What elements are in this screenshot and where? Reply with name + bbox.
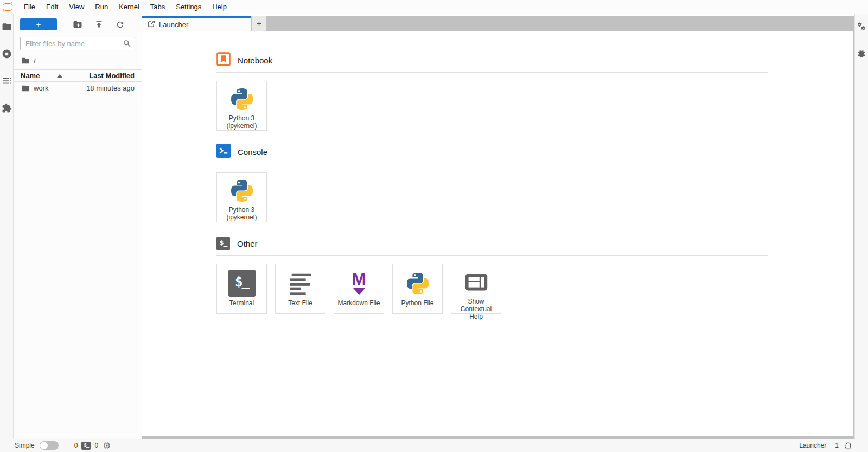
dock-content: Notebook Python 3 (ipykernel) [142,31,853,436]
notifications-count[interactable]: 1 [835,442,839,449]
section-title: Notebook [238,56,272,65]
new-launcher-button[interactable]: + [20,18,57,30]
terminal-icon: $_ [216,237,230,250]
column-header-last-modified[interactable]: Last Modified [67,72,142,80]
card-label: Show Contextual Help [454,298,499,320]
right-activity-bar [854,14,868,439]
home-folder-icon[interactable] [21,56,30,65]
contextual-help-icon [463,269,490,296]
jupyter-logo-icon [1,1,14,13]
file-browser-panel: + / Name [14,14,142,439]
launcher-section-notebook: Notebook Python 3 (ipykernel) [216,53,768,131]
sort-ascending-icon[interactable] [53,74,67,78]
launcher-section-other: $_ Other $_ Terminal [216,236,768,314]
file-browser-icon[interactable] [1,21,12,32]
simple-mode-toggle[interactable] [40,441,59,450]
python-icon [229,177,255,204]
launcher-card-terminal[interactable]: $_ Terminal [216,264,267,314]
property-inspector-icon[interactable] [856,21,867,32]
new-folder-icon[interactable] [72,18,84,30]
filter-files-container [20,37,135,50]
card-label: Text File [278,300,323,307]
menu-kernel[interactable]: Kernel [113,0,145,14]
kernels-count[interactable]: 0 [94,442,98,449]
card-label: Markdown File [336,300,382,307]
section-divider [216,255,768,256]
file-list-header: Name Last Modified [14,69,142,82]
card-label: Python File [395,300,441,307]
search-icon [123,39,132,50]
terminal-status-icon[interactable]: $_ [81,442,91,450]
menu-view[interactable]: View [63,0,90,14]
terminals-count[interactable]: 0 [74,442,78,449]
menu-settings[interactable]: Settings [170,0,207,14]
menu-tabs[interactable]: Tabs [145,0,170,14]
jupyterlab-app: File Edit View Run Kernel Tabs Settings … [0,0,868,452]
file-browser-toolbar: + [20,18,135,31]
menu-run[interactable]: Run [90,0,113,14]
launcher-card-console-python3[interactable]: Python 3 (ipykernel) [216,172,267,222]
section-divider [216,72,768,73]
launcher-panel: Notebook Python 3 (ipykernel) [142,31,853,314]
launcher-card-show-contextual-help[interactable]: Show Contextual Help [451,264,501,314]
main-area: + / Name [0,14,868,439]
menu-help[interactable]: Help [207,0,232,14]
simple-mode-label: Simple [15,442,35,449]
python-icon [229,86,255,113]
debugger-icon[interactable] [856,48,867,59]
breadcrumb-root[interactable]: / [34,57,36,65]
notebook-icon [216,52,231,68]
tab-launcher[interactable]: Launcher [142,16,251,31]
filter-files-input[interactable] [20,37,135,50]
file-row-work[interactable]: work 18 minutes ago [14,82,142,94]
menu-bar: File Edit View Run Kernel Tabs Settings … [0,0,868,14]
console-icon [216,144,231,160]
file-name: work [34,84,48,92]
launcher-card-python-file[interactable]: Python File [392,264,443,314]
card-label: Terminal [219,300,265,307]
running-sessions-icon[interactable] [1,48,12,59]
column-header-name[interactable]: Name [14,72,53,80]
upload-icon[interactable] [93,18,105,30]
current-activity-label[interactable]: Launcher [799,442,826,449]
section-title: Console [238,147,267,157]
folder-icon [21,84,30,93]
kernel-chip-icon[interactable] [102,441,111,450]
launcher-card-markdown-file[interactable]: M Markdown File [334,264,384,314]
menu-edit[interactable]: Edit [41,0,63,14]
status-bar: Simple 0 $_ 0 Launcher 1 [0,439,868,452]
menu-file[interactable]: File [18,0,41,14]
extension-manager-icon[interactable] [1,102,12,113]
tab-label: Launcher [159,21,188,29]
text-file-icon [287,269,314,298]
file-last-modified: 18 minutes ago [48,84,142,92]
card-label: Python 3 (ipykernel) [219,115,265,130]
section-divider [216,164,768,164]
python-icon [405,269,431,298]
dock-panel: Launcher + Notebook [142,14,854,439]
terminal-icon: $_ [228,270,256,297]
launcher-section-console: Console Python 3 (ipykernel) [216,145,768,222]
left-activity-bar [0,14,14,439]
launcher-card-text-file[interactable]: Text File [275,264,326,314]
new-tab-button[interactable]: + [252,16,266,31]
launcher-tab-icon [148,20,155,29]
breadcrumb: / [21,56,142,65]
section-title: Other [237,239,258,248]
markdown-icon: M [352,272,366,295]
refresh-icon[interactable] [114,18,126,30]
bell-icon[interactable] [844,441,853,450]
table-of-contents-icon[interactable] [1,75,12,86]
card-label: Python 3 (ipykernel) [219,206,265,222]
launcher-card-notebook-python3[interactable]: Python 3 (ipykernel) [216,81,267,131]
tab-bar: Launcher + [142,16,854,31]
